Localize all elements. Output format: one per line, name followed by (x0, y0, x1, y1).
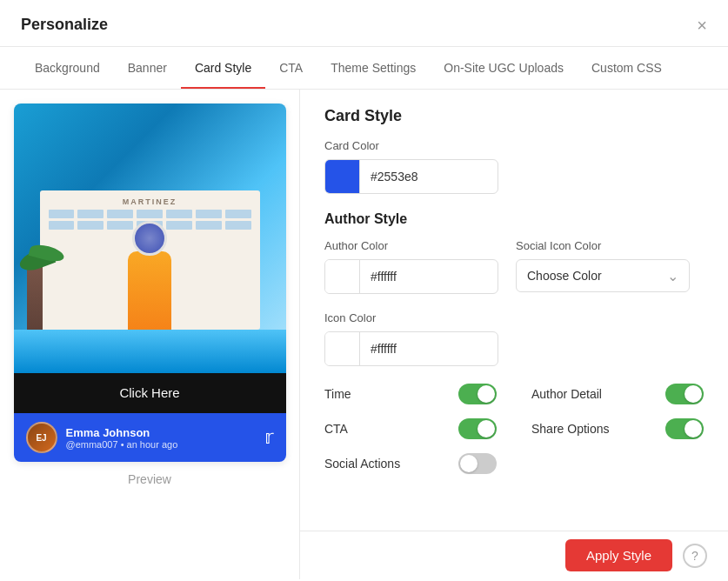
social-actions-knob (460, 455, 478, 472)
hotel-window (49, 210, 75, 218)
time-toggle-row: Time (324, 384, 497, 404)
tab-card-style[interactable]: Card Style (181, 47, 265, 89)
card-color-field: #2553e8 (324, 159, 498, 194)
card-color-swatch[interactable] (325, 160, 360, 193)
social-actions-toggle-row: Social Actions (324, 453, 497, 474)
hotel-window (225, 210, 251, 218)
person-figure (115, 234, 184, 338)
hotel-window (196, 210, 222, 218)
author-info: Emma Johnson @emma007 • an hour ago (66, 426, 178, 450)
time-toggle-knob (478, 385, 495, 403)
icon-color-swatch[interactable] (325, 332, 360, 365)
icon-color-value: #ffffff (360, 342, 498, 356)
social-icon-color-text: Choose Color (527, 269, 602, 283)
author-detail-knob (685, 385, 702, 403)
card-cta-text: Click Here (119, 385, 179, 400)
cta-toggle-row: CTA (324, 418, 497, 439)
social-actions-toggle[interactable] (458, 453, 497, 474)
author-color-group: Author Color #ffffff (324, 239, 498, 294)
chevron-down-icon: ⌄ (667, 268, 678, 284)
tab-custom-css[interactable]: Custom CSS (578, 47, 676, 89)
hotel-window (77, 221, 104, 230)
cta-toggle-knob (478, 420, 495, 437)
tab-cta[interactable]: CTA (265, 47, 317, 89)
author-color-field: #ffffff (324, 259, 498, 294)
author-detail-toggle[interactable] (665, 384, 704, 404)
preview-panel: MARTINEZ (0, 90, 300, 579)
hotel-window (49, 221, 75, 230)
hotel-window (77, 210, 104, 218)
social-icon-color-group: Social Icon Color Choose Color ⌄ (516, 239, 690, 294)
tab-on-site-ugc[interactable]: On-Site UGC Uploads (430, 47, 578, 89)
tab-theme-settings[interactable]: Theme Settings (317, 47, 430, 89)
time-toggle-label: Time (324, 387, 351, 401)
author-detail-toggle-row: Author Detail (531, 384, 704, 404)
author-color-label: Author Color (324, 239, 498, 252)
author-name: Emma Johnson (66, 426, 178, 439)
settings-panel: Card Style Card Color #2553e8 Author Sty… (300, 90, 728, 579)
close-button[interactable]: × (697, 17, 707, 34)
author-left: EJ Emma Johnson @emma007 • an hour ago (26, 422, 178, 453)
social-actions-label: Social Actions (324, 457, 400, 471)
main-content: MARTINEZ (0, 90, 728, 579)
hotel-window (107, 210, 133, 218)
author-handle: @emma007 (66, 439, 118, 450)
author-detail-label: Author Detail (531, 387, 602, 401)
tab-background[interactable]: Background (21, 47, 114, 89)
water (14, 330, 286, 373)
author-style-title: Author Style (324, 211, 704, 227)
share-options-label: Share Options (531, 422, 610, 436)
hotel-name-text: MARTINEZ (123, 197, 177, 206)
palm-trunk-left (27, 264, 43, 334)
tab-bar: Background Banner Card Style CTA Theme S… (0, 47, 728, 90)
cta-toggle[interactable] (458, 418, 497, 439)
author-style-section: Author Style Author Color #ffffff Social… (324, 211, 704, 366)
cta-toggle-label: CTA (324, 422, 348, 436)
modal-title: Personalize (21, 16, 108, 34)
author-dot: • (121, 439, 127, 450)
card-style-section-title: Card Style (324, 107, 704, 125)
apply-style-button[interactable]: Apply Style (565, 539, 672, 571)
hotel-window (107, 221, 133, 230)
card-image: MARTINEZ (14, 104, 286, 373)
help-icon[interactable]: ? (683, 544, 707, 568)
card-cta-bar: Click Here (14, 373, 286, 413)
tab-banner[interactable]: Banner (114, 47, 181, 89)
hotel-window (166, 221, 192, 230)
toggles-grid: Time Author Detail CTA Share Options (324, 384, 704, 474)
hotel-window (225, 221, 251, 230)
hotel-window (196, 221, 222, 230)
author-meta: @emma007 • an hour ago (66, 439, 178, 450)
author-avatar: EJ (26, 422, 57, 453)
social-icon-color-select[interactable]: Choose Color ⌄ (516, 259, 690, 292)
card-color-label: Card Color (324, 139, 704, 152)
icon-color-group: Icon Color #ffffff (324, 311, 704, 366)
twitter-icon: 𝕣 (264, 426, 274, 449)
footer-bar: Apply Style ? (300, 531, 728, 579)
preview-card: MARTINEZ (14, 104, 286, 462)
author-color-value: #ffffff (360, 270, 498, 284)
author-color-swatch[interactable] (325, 260, 360, 293)
hotel-window (137, 210, 163, 218)
share-options-toggle-row: Share Options (531, 418, 704, 439)
icon-color-label: Icon Color (324, 311, 704, 324)
hotel-window (166, 210, 192, 218)
author-color-row: Author Color #ffffff Social Icon Color C… (324, 239, 704, 294)
preview-label: Preview (128, 472, 171, 486)
time-toggle[interactable] (458, 384, 497, 404)
icon-color-field: #ffffff (324, 331, 498, 366)
card-author-bar: EJ Emma Johnson @emma007 • an hour ago 𝕣 (14, 413, 286, 462)
share-options-knob (685, 420, 702, 437)
share-options-toggle[interactable] (665, 418, 704, 439)
author-time: an hour ago (127, 439, 178, 450)
social-icon-color-label: Social Icon Color (516, 239, 690, 252)
modal-header: Personalize × (0, 0, 728, 47)
card-color-value: #2553e8 (360, 170, 498, 184)
